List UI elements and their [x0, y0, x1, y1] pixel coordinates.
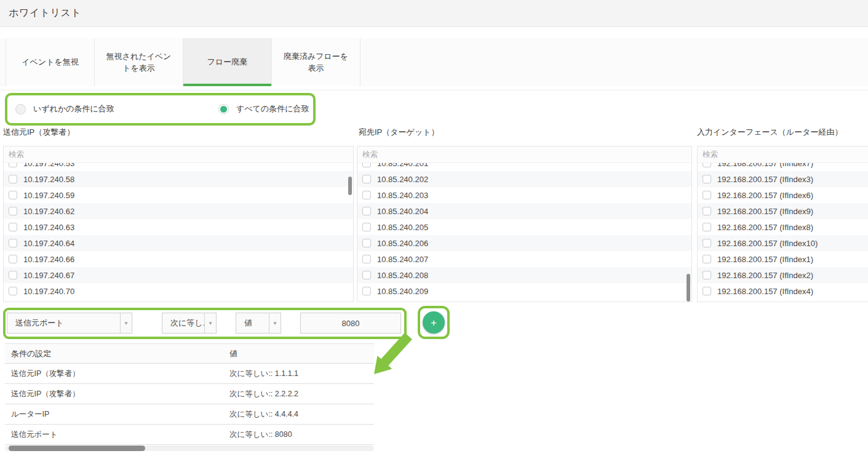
checkbox[interactable] — [703, 287, 711, 295]
row-value: 次に等しい:: 8080 — [229, 430, 374, 440]
list-item[interactable]: 10.85.240.204 — [357, 203, 691, 219]
list-item[interactable]: 10.197.240.70 — [4, 283, 353, 299]
list-item[interactable]: 10.85.240.201 — [357, 163, 691, 171]
checkbox[interactable] — [9, 223, 17, 231]
condition-type-select[interactable]: 値 ▼ — [236, 313, 281, 334]
list-item[interactable]: 10.197.240.62 — [4, 203, 353, 219]
checkbox[interactable] — [362, 287, 371, 295]
list-item[interactable]: 10.85.240.206 — [357, 235, 691, 251]
search-input[interactable] — [698, 146, 868, 162]
list-item[interactable]: 10.197.240.58 — [4, 171, 353, 187]
list-viewport[interactable]: 10.85.240.20110.85.240.20210.85.240.2031… — [357, 163, 691, 302]
list-item-label: 10.197.240.70 — [23, 287, 74, 296]
list-viewport[interactable]: 10.197.240.5310.197.240.5810.197.240.591… — [4, 163, 353, 302]
table-row: 送信元IP（攻撃者）次に等しい:: 2.2.2.2 — [5, 384, 374, 404]
checkbox[interactable] — [703, 271, 711, 279]
select-caret-box[interactable]: ▼ — [204, 313, 216, 333]
tab-label: 無視されたイベントを表示 — [103, 50, 174, 74]
tab-show-discarded-flows[interactable]: 廃棄済みフローを表示 — [272, 38, 360, 86]
list-item[interactable]: 10.197.240.66 — [4, 251, 353, 267]
checkbox[interactable] — [703, 207, 711, 215]
checkbox[interactable] — [9, 239, 17, 247]
conditions-table: 条件の設定 値 送信元IP（攻撃者）次に等しい:: 1.1.1.1送信元IP（攻… — [5, 343, 374, 451]
list-item[interactable]: 10.85.240.205 — [357, 219, 691, 235]
checkbox[interactable] — [703, 163, 711, 167]
list-item-label: 192.168.200.157 (IfIndex10) — [717, 239, 818, 248]
checkbox[interactable] — [362, 207, 371, 215]
column-header-in-interface: 入力インターフェース（ルーター経由） — [697, 127, 842, 138]
in-interface-panel: 192.168.200.157 (IfIndex7)192.168.200.15… — [697, 146, 868, 302]
checkbox[interactable] — [362, 223, 371, 231]
list-item[interactable]: 192.168.200.157 (IfIndex8) — [698, 219, 868, 235]
checkbox[interactable] — [9, 255, 17, 263]
condition-operator-select[interactable]: 次に等し... ▼ — [162, 313, 217, 334]
table-row: 送信元IP（攻撃者）次に等しい:: 1.1.1.1 — [5, 364, 374, 384]
header-criteria: 条件の設定 — [5, 348, 229, 359]
horizontal-scrollbar-track[interactable] — [5, 446, 374, 451]
checkbox[interactable] — [9, 163, 17, 167]
tab-flow-discard[interactable]: フロー廃棄 — [183, 38, 272, 86]
radio-circle-checked-icon[interactable] — [218, 104, 229, 114]
checkbox[interactable] — [703, 191, 711, 199]
checkbox[interactable] — [362, 163, 371, 167]
checkbox[interactable] — [9, 207, 17, 215]
checkbox[interactable] — [703, 223, 711, 231]
vertical-scrollbar-thumb[interactable] — [687, 274, 690, 302]
radio-match-any[interactable]: いずれかの条件に合致 — [15, 103, 114, 114]
list-item[interactable]: 192.168.200.157 (IfIndex10) — [698, 235, 868, 251]
search-row — [698, 146, 868, 163]
list-item[interactable]: 192.168.200.157 (IfIndex4) — [698, 283, 868, 299]
tab-strip-lead — [0, 38, 6, 86]
checkbox[interactable] — [703, 255, 711, 263]
list-item[interactable]: 10.85.240.208 — [357, 267, 691, 283]
list-item[interactable]: 192.168.200.157 (IfIndex2) — [698, 267, 868, 283]
list-item[interactable]: 10.85.240.207 — [357, 251, 691, 267]
title-bar: ホワイトリスト — [0, 0, 868, 27]
checkbox[interactable] — [362, 175, 371, 183]
condition-field-value: 送信元ポート — [7, 318, 120, 329]
checkbox[interactable] — [362, 239, 371, 247]
search-input[interactable] — [4, 146, 353, 162]
vertical-scrollbar-thumb[interactable] — [348, 177, 352, 195]
checkbox[interactable] — [9, 175, 17, 183]
list-item[interactable]: 10.197.240.53 — [4, 163, 353, 171]
condition-value-input[interactable] — [300, 313, 401, 334]
checkbox[interactable] — [9, 287, 17, 295]
checkbox[interactable] — [362, 191, 371, 199]
list-viewport[interactable]: 192.168.200.157 (IfIndex7)192.168.200.15… — [698, 163, 868, 302]
list-item[interactable]: 10.197.240.63 — [4, 219, 353, 235]
radio-circle-icon[interactable] — [15, 104, 26, 114]
list-item-label: 192.168.200.157 (IfIndex6) — [717, 191, 813, 200]
search-input[interactable] — [357, 146, 691, 162]
list-item[interactable]: 192.168.200.157 (IfIndex6) — [698, 187, 868, 203]
list-item-label: 10.197.240.53 — [23, 163, 74, 168]
add-condition-button[interactable]: + — [423, 311, 445, 334]
list-item[interactable]: 10.197.240.59 — [4, 187, 353, 203]
checkbox[interactable] — [362, 255, 371, 263]
horizontal-scrollbar-thumb[interactable] — [9, 446, 145, 451]
list-item[interactable]: 192.168.200.157 (IfIndex9) — [698, 203, 868, 219]
list-item[interactable]: 192.168.200.157 (IfIndex7) — [698, 163, 868, 171]
condition-field-select[interactable]: 送信元ポート ▼ — [7, 313, 132, 334]
table-row: 送信元ポート次に等しい:: 8080 — [5, 425, 374, 445]
checkbox[interactable] — [9, 191, 17, 199]
list-item[interactable]: 10.197.240.64 — [4, 235, 353, 251]
list-item[interactable]: 192.168.200.157 (IfIndex3) — [698, 171, 868, 187]
tab-ignore-event[interactable]: イベントを無視 — [6, 38, 95, 86]
table-row: ルーターIP次に等しい:: 4.4.4.4 — [5, 404, 374, 425]
checkbox[interactable] — [703, 175, 711, 183]
list-item[interactable]: 192.168.200.157 (IfIndex1) — [698, 251, 868, 267]
list-item[interactable]: 10.85.240.203 — [357, 187, 691, 203]
checkbox[interactable] — [362, 271, 371, 279]
select-caret-box[interactable]: ▼ — [120, 313, 132, 333]
tab-strip: イベントを無視 無視されたイベントを表示 フロー廃棄 廃棄済みフローを表示 — [0, 38, 868, 86]
list-item[interactable]: 10.85.240.202 — [357, 171, 691, 187]
radio-match-all[interactable]: すべての条件に合致 — [218, 103, 309, 114]
list-item-label: 10.85.240.208 — [377, 271, 428, 280]
list-item[interactable]: 10.85.240.209 — [357, 283, 691, 299]
list-item[interactable]: 10.197.240.67 — [4, 267, 353, 283]
checkbox[interactable] — [703, 239, 711, 247]
checkbox[interactable] — [9, 271, 17, 279]
select-caret-box[interactable]: ▼ — [269, 313, 281, 333]
tab-show-ignored-events[interactable]: 無視されたイベントを表示 — [95, 38, 183, 86]
